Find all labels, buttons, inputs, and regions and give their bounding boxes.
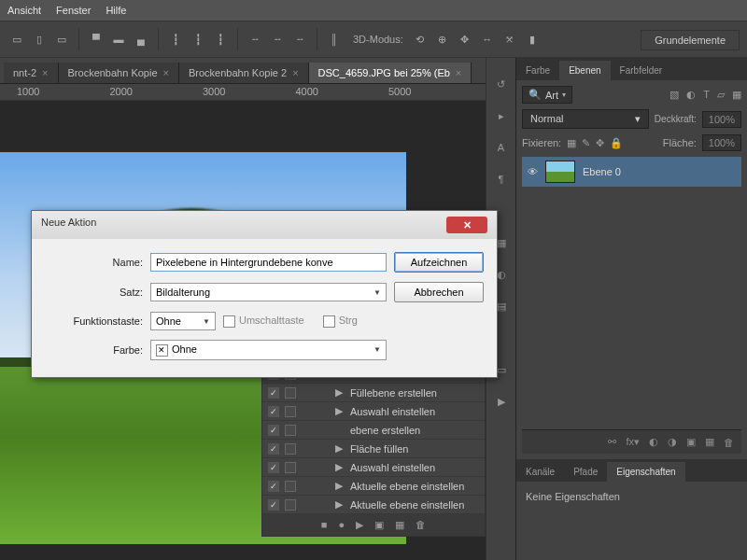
check-icon[interactable]: ✓ xyxy=(268,443,279,455)
satz-select[interactable]: Bildalterung▼ xyxy=(150,283,387,301)
trash-icon[interactable]: 🗑 xyxy=(416,519,426,531)
record-button[interactable]: Aufzeichnen xyxy=(394,252,484,273)
menu-hilfe[interactable]: Hilfe xyxy=(106,5,126,16)
dialog-titlebar[interactable]: Neue Aktion ✕ xyxy=(32,211,497,239)
action-row[interactable]: ✓▶Füllebene erstellen xyxy=(262,384,485,402)
menu-fenster[interactable]: Fenster xyxy=(56,5,91,16)
shift-checkbox[interactable]: Umschalttaste xyxy=(223,315,304,328)
layer-filter-kind[interactable]: 🔍 Art ▾ xyxy=(522,86,572,104)
expand-icon[interactable]: ▶ xyxy=(335,405,343,417)
tab-farbfelder[interactable]: Farbfelder xyxy=(611,61,672,80)
auto-align-icon[interactable]: ║ xyxy=(325,30,344,49)
doc-tab[interactable]: Brockenbahn Kopie× xyxy=(59,63,179,83)
layer-name[interactable]: Ebene 0 xyxy=(583,166,621,177)
new-layer-icon[interactable]: ▦ xyxy=(705,436,714,448)
check-icon[interactable]: ✓ xyxy=(268,462,279,473)
distribute-v3-icon[interactable]: ╌ xyxy=(290,30,309,49)
lock-transparency-icon[interactable]: ▦ xyxy=(567,137,576,149)
stop-icon[interactable]: ■ xyxy=(321,519,328,531)
filter-type-icon[interactable]: T xyxy=(703,89,710,101)
expand-icon[interactable]: ▶ xyxy=(335,442,343,455)
paragraph-icon[interactable]: ¶ xyxy=(492,170,511,189)
lock-position-icon[interactable]: ✥ xyxy=(596,137,604,149)
history-icon[interactable]: ↺ xyxy=(492,75,511,93)
dialog-toggle[interactable] xyxy=(285,425,296,436)
dialog-toggle[interactable] xyxy=(285,499,296,511)
actions-icon[interactable]: ▸ xyxy=(492,106,511,125)
doc-tab-active[interactable]: DSC_4659.JPG bei 25% (Eb× xyxy=(309,63,472,83)
check-icon[interactable]: ✓ xyxy=(268,387,279,399)
filter-shape-icon[interactable]: ▱ xyxy=(717,89,725,101)
camera-icon[interactable]: ▮ xyxy=(523,30,542,49)
play-icon[interactable]: ▶ xyxy=(356,519,363,531)
menu-ansicht[interactable]: Ansicht xyxy=(7,5,41,16)
expand-icon[interactable]: ▶ xyxy=(335,461,343,473)
blend-mode-select[interactable]: Normal▾ xyxy=(522,109,649,129)
close-icon[interactable]: × xyxy=(42,67,48,78)
visibility-icon[interactable]: 👁 xyxy=(528,166,538,177)
align-bottom-icon[interactable]: ▄ xyxy=(132,30,150,49)
tab-farbe[interactable]: Farbe xyxy=(516,61,559,80)
close-icon[interactable]: × xyxy=(163,67,169,78)
character-icon[interactable]: A xyxy=(492,138,511,157)
workspace-button[interactable]: Grundelemente xyxy=(641,30,740,50)
close-icon[interactable]: × xyxy=(456,67,461,78)
doc-tab[interactable]: Brockenbahn Kopie 2× xyxy=(179,63,309,83)
dialog-toggle[interactable] xyxy=(285,481,296,492)
action-row[interactable]: ✓ebene erstellen xyxy=(262,421,485,440)
expand-icon[interactable]: ▶ xyxy=(335,386,343,399)
scale-icon[interactable]: ⤧ xyxy=(500,30,519,49)
distribute-h3-icon[interactable]: ┇ xyxy=(211,30,230,49)
check-icon[interactable]: ✓ xyxy=(268,406,279,417)
action-row[interactable]: ✓▶Aktuelle ebene einstellen xyxy=(262,496,485,514)
fill-value[interactable]: 100% xyxy=(702,134,741,151)
doc-tab[interactable]: nnt-2× xyxy=(4,63,59,83)
action-row[interactable]: ✓▶Auswahl einstellen xyxy=(262,402,485,421)
layer-row[interactable]: 👁 Ebene 0 xyxy=(522,157,741,187)
distribute-v2-icon[interactable]: ╌ xyxy=(268,30,287,49)
link-icon[interactable]: ⚯ xyxy=(608,436,616,448)
mask-icon[interactable]: ◐ xyxy=(649,436,658,448)
action-row[interactable]: ✓▶Fläche füllen xyxy=(262,440,485,458)
slide-icon[interactable]: ↔ xyxy=(478,30,497,49)
dialog-toggle[interactable] xyxy=(285,406,296,417)
fkey-select[interactable]: Ohne▼ xyxy=(150,312,216,330)
align-top-icon[interactable]: ▀ xyxy=(87,30,106,49)
tab-kanaele[interactable]: Kanäle xyxy=(516,462,564,482)
adjustment-icon[interactable]: ◑ xyxy=(668,436,677,448)
action-row[interactable]: ✓▶Auswahl einstellen xyxy=(262,458,485,477)
layer-thumbnail[interactable] xyxy=(545,161,575,183)
ctrl-checkbox[interactable]: Strg xyxy=(323,315,358,328)
distribute-v-icon[interactable]: ╌ xyxy=(246,30,264,49)
trash-icon[interactable]: 🗑 xyxy=(724,437,734,448)
expand-icon[interactable]: ▶ xyxy=(335,498,343,511)
lock-pixels-icon[interactable]: ✎ xyxy=(582,137,590,149)
align-right-icon[interactable]: ▭ xyxy=(52,30,71,49)
tab-pfade[interactable]: Pfade xyxy=(564,462,607,482)
fx-icon[interactable]: fx▾ xyxy=(626,436,640,448)
lock-all-icon[interactable]: 🔒 xyxy=(610,137,623,149)
group-icon[interactable]: ▣ xyxy=(686,436,696,448)
align-center-h-icon[interactable]: ▯ xyxy=(30,30,49,49)
close-button[interactable]: ✕ xyxy=(446,217,487,233)
action-row[interactable]: ✓▶Aktuelle ebene einstellen xyxy=(262,477,485,496)
new-action-icon[interactable]: ▦ xyxy=(395,519,404,531)
opacity-value[interactable]: 100% xyxy=(702,111,741,128)
play-icon[interactable]: ▶ xyxy=(492,392,511,411)
cancel-button[interactable]: Abbrechen xyxy=(394,282,484,302)
record-icon[interactable]: ● xyxy=(339,519,345,531)
align-left-icon[interactable]: ▭ xyxy=(7,30,26,49)
new-set-icon[interactable]: ▣ xyxy=(374,519,384,531)
tab-ebenen[interactable]: Ebenen xyxy=(559,61,610,80)
tab-eigenschaften[interactable]: Eigenschaften xyxy=(607,462,684,482)
dialog-toggle[interactable] xyxy=(285,443,296,455)
pan-icon[interactable]: ✥ xyxy=(456,30,474,49)
dialog-toggle[interactable] xyxy=(285,387,296,399)
farbe-select[interactable]: Ohne▼ xyxy=(150,340,387,360)
distribute-h2-icon[interactable]: ┇ xyxy=(189,30,207,49)
distribute-h-icon[interactable]: ┇ xyxy=(166,30,185,49)
filter-smart-icon[interactable]: ▦ xyxy=(732,89,741,101)
orbit-icon[interactable]: ⟲ xyxy=(411,30,430,49)
filter-adjust-icon[interactable]: ◐ xyxy=(686,89,696,101)
check-icon[interactable]: ✓ xyxy=(268,425,279,436)
